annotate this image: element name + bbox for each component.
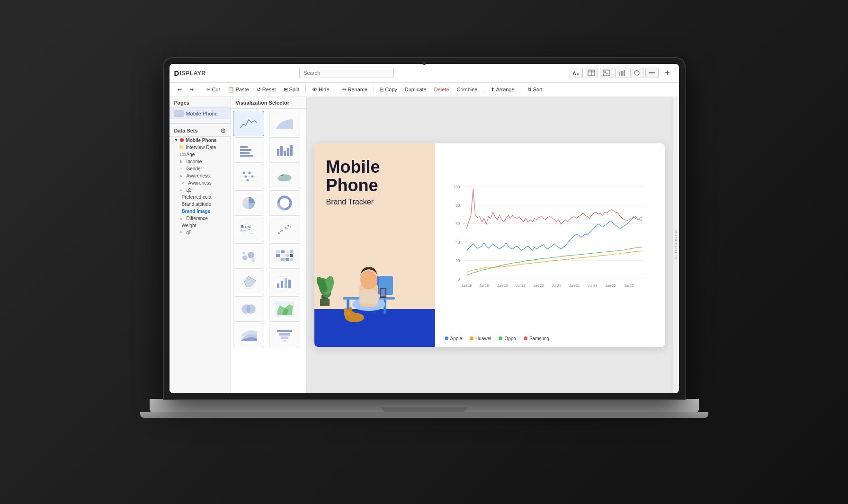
plus-icon-btn[interactable]: +: [661, 68, 674, 78]
undo-button[interactable]: ↩: [174, 84, 185, 95]
svg-point-32: [281, 200, 288, 206]
dataset-field-difference[interactable]: a Difference: [170, 215, 231, 222]
svg-rect-56: [276, 258, 280, 261]
paste-button[interactable]: 📋 Paste: [224, 84, 252, 95]
dataset-mobile-phone[interactable]: ▼ Mobile Phone: [170, 137, 231, 144]
text-size-icon-btn[interactable]: AA: [570, 68, 583, 78]
viz-geo-map[interactable]: [269, 296, 300, 322]
chart-icon-btn[interactable]: [615, 68, 628, 78]
duplicate-button[interactable]: Duplicate: [402, 84, 430, 95]
logo-text: ISPLAYR: [179, 70, 205, 77]
dataset-field-brand-attitude[interactable]: Brand attitude: [170, 201, 231, 208]
reset-button[interactable]: ↺ Reset: [253, 84, 279, 95]
dataset-field-awareness-label[interactable]: a Awareness:: [170, 172, 231, 179]
svg-point-24: [242, 171, 245, 174]
viz-pie-chart[interactable]: [233, 190, 264, 216]
dataset-field-age[interactable]: 123 Age: [170, 151, 231, 158]
legend-label-oppo: Oppo: [504, 336, 516, 341]
svg-point-88: [360, 270, 377, 289]
legend-huawei: Huawei: [470, 336, 491, 341]
sort-button[interactable]: ⇅ Sort: [524, 84, 546, 95]
svg-point-47: [242, 252, 245, 255]
canvas-area[interactable]: Mobile Phone Brand Tracker: [307, 97, 672, 393]
svg-point-40: [287, 225, 289, 227]
properties-panel[interactable]: PROPERTIES: [672, 97, 679, 393]
viz-bubble[interactable]: [233, 243, 264, 269]
toolbar-separator-4: [374, 85, 374, 94]
viz-stacked-area[interactable]: [233, 323, 264, 348]
left-panel: Pages Mobile Phone Data Sets ⊕: [170, 97, 231, 393]
hide-button[interactable]: 👁 Hide: [309, 84, 333, 95]
illustration-svg: [314, 214, 435, 347]
image-icon-btn[interactable]: [600, 68, 613, 78]
field-type-icon: a: [180, 216, 185, 221]
dataset-field-weight[interactable]: Weight: [170, 222, 231, 229]
search-input[interactable]: [299, 68, 394, 78]
table-icon-btn[interactable]: [585, 68, 598, 78]
page-label: Mobile Phone: [186, 111, 218, 116]
top-icons: AA: [570, 68, 674, 78]
viz-wordcloud[interactable]: Brand Alpha Crtr Cola: [233, 217, 264, 242]
dataset-field-q5[interactable]: ≡ q5: [170, 229, 231, 236]
arrange-button[interactable]: ⬆ Arrange: [487, 84, 518, 95]
dataset-field-awareness[interactable]: ✓ Awareness: [170, 179, 231, 186]
combine-button[interactable]: Combine: [453, 84, 481, 95]
dataset-field-income[interactable]: $ Income: [170, 158, 231, 165]
viz-donut-chart[interactable]: [269, 190, 300, 216]
dataset-field-q2[interactable]: ≡ q2: [170, 186, 231, 194]
field-type-icon: a: [180, 174, 185, 178]
viz-venn[interactable]: [233, 296, 264, 322]
page-item-mobile-phone[interactable]: Mobile Phone: [170, 108, 231, 119]
app-logo: DISPLAYR: [174, 69, 206, 77]
pages-section: Pages Mobile Phone: [170, 97, 231, 119]
viz-line-chart[interactable]: [233, 111, 264, 136]
field-type-icon: ≡: [180, 188, 185, 192]
svg-point-44: [242, 256, 247, 260]
svg-rect-49: [281, 250, 285, 253]
sort-icon: ⇅: [527, 87, 532, 93]
dash-title: Mobile Phone: [326, 158, 423, 195]
svg-rect-90: [381, 289, 385, 296]
legend-samsung: Samsung: [524, 336, 549, 341]
circle-icon-btn[interactable]: [630, 68, 643, 78]
svg-rect-73: [281, 336, 288, 339]
field-label: Weight: [182, 223, 196, 228]
viz-radar[interactable]: [233, 270, 264, 295]
delete-button[interactable]: Delete: [431, 84, 453, 95]
copy-button[interactable]: ⎘ Copy: [377, 84, 401, 95]
toolbar: ↩ ↪ ✂ Cut 📋 Paste ↺ Reset: [170, 83, 679, 97]
dataset-field-gender[interactable]: ♀ Gender: [170, 165, 231, 172]
viz-heatmap[interactable]: [269, 243, 300, 269]
viz-bar-chart[interactable]: [233, 137, 264, 163]
svg-rect-71: [277, 330, 292, 332]
svg-rect-20: [290, 145, 293, 156]
redo-button[interactable]: ↪: [186, 84, 197, 95]
split-button[interactable]: ⊞ Split: [280, 84, 303, 95]
viz-map-chart[interactable]: [269, 164, 300, 189]
datasets-add-icon[interactable]: ⊕: [220, 127, 226, 134]
svg-text:80: 80: [455, 203, 460, 208]
field-label: Preferred cola: [182, 195, 212, 200]
rename-button[interactable]: ✏ Rename: [339, 84, 371, 95]
dataset-field-interview-date[interactable]: 📁 Interview Date: [170, 144, 231, 151]
viz-waterfall[interactable]: [269, 270, 300, 295]
cut-icon: ✂: [206, 87, 211, 93]
viz-funnel[interactable]: [269, 323, 300, 348]
svg-point-25: [248, 171, 250, 174]
chart-legend: Apple Huawei Oppo: [445, 332, 655, 341]
viz-filled-chart[interactable]: [269, 111, 300, 136]
rename-icon: ✏: [342, 87, 347, 93]
svg-rect-77: [320, 299, 330, 306]
viz-scatter[interactable]: [269, 217, 300, 242]
field-label: Difference: [187, 216, 208, 221]
viz-dot-chart[interactable]: [233, 164, 264, 189]
search-bar[interactable]: [299, 68, 394, 78]
dataset-field-brand-image[interactable]: Brand Image: [170, 208, 231, 215]
svg-text:60: 60: [455, 221, 460, 226]
dataset-field-preferred-cola[interactable]: Preferred cola: [170, 194, 231, 201]
cut-button[interactable]: ✂ Cut: [203, 84, 223, 95]
svg-text:Jul 21: Jul 21: [588, 283, 597, 287]
svg-rect-59: [290, 258, 293, 261]
viz-column-chart[interactable]: [269, 137, 300, 163]
minus-icon-btn[interactable]: [645, 68, 659, 78]
